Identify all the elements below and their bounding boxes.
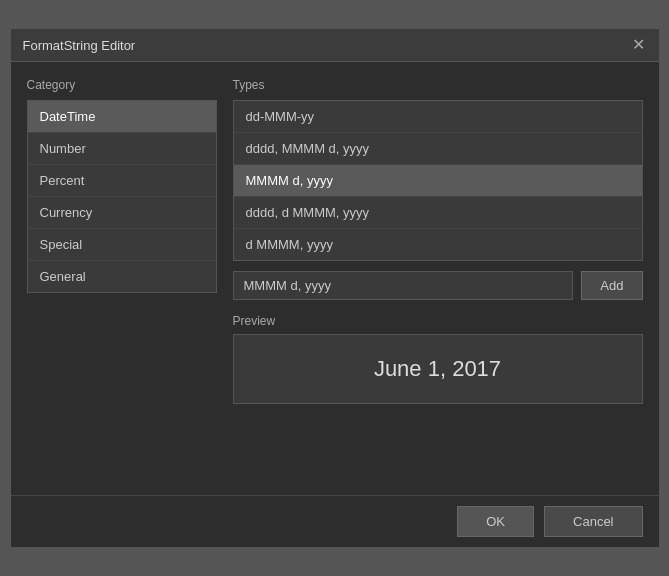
type-item-dd-mmm-yy[interactable]: dd-MMM-yy bbox=[234, 101, 642, 133]
category-panel: Category DateTime Number Percent Currenc… bbox=[27, 78, 217, 479]
format-input[interactable] bbox=[233, 271, 574, 300]
type-item-d-mmmm-yyyy[interactable]: d MMMM, yyyy bbox=[234, 229, 642, 260]
preview-box: June 1, 2017 bbox=[233, 334, 643, 404]
category-item-number[interactable]: Number bbox=[28, 133, 216, 165]
types-list: dd-MMM-yy dddd, MMMM d, yyyy MMMM d, yyy… bbox=[233, 100, 643, 261]
format-string-editor-dialog: FormatString Editor ✕ Category DateTime … bbox=[10, 28, 660, 548]
format-input-row: Add bbox=[233, 271, 643, 300]
category-label: Category bbox=[27, 78, 217, 92]
category-item-special[interactable]: Special bbox=[28, 229, 216, 261]
category-item-general[interactable]: General bbox=[28, 261, 216, 292]
add-button[interactable]: Add bbox=[581, 271, 642, 300]
types-label: Types bbox=[233, 78, 643, 92]
category-list: DateTime Number Percent Currency Special… bbox=[27, 100, 217, 293]
dialog-footer: OK Cancel bbox=[11, 495, 659, 547]
ok-button[interactable]: OK bbox=[457, 506, 534, 537]
close-button[interactable]: ✕ bbox=[630, 37, 647, 53]
category-item-currency[interactable]: Currency bbox=[28, 197, 216, 229]
types-panel: Types dd-MMM-yy dddd, MMMM d, yyyy MMMM … bbox=[233, 78, 643, 479]
category-item-percent[interactable]: Percent bbox=[28, 165, 216, 197]
type-item-dddd-mmmm-d-yyyy[interactable]: dddd, MMMM d, yyyy bbox=[234, 133, 642, 165]
dialog-body: Category DateTime Number Percent Currenc… bbox=[11, 62, 659, 495]
type-item-dddd-d-mmmm-yyyy[interactable]: dddd, d MMMM, yyyy bbox=[234, 197, 642, 229]
category-item-datetime[interactable]: DateTime bbox=[28, 101, 216, 133]
cancel-button[interactable]: Cancel bbox=[544, 506, 642, 537]
type-item-mmmm-d-yyyy[interactable]: MMMM d, yyyy bbox=[234, 165, 642, 197]
title-bar: FormatString Editor ✕ bbox=[11, 29, 659, 62]
preview-value: June 1, 2017 bbox=[374, 356, 501, 382]
preview-label: Preview bbox=[233, 314, 643, 328]
dialog-title: FormatString Editor bbox=[23, 38, 136, 53]
